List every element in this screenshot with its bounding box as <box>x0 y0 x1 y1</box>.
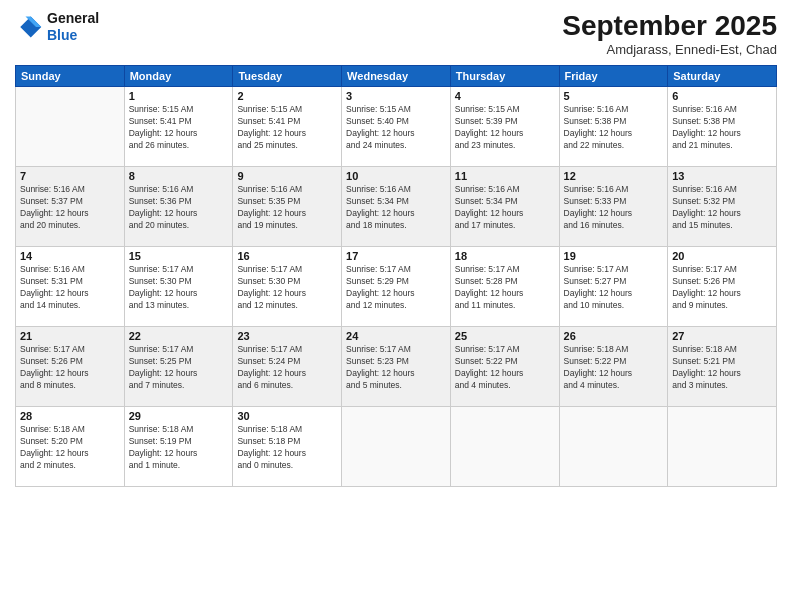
day-number: 13 <box>672 170 772 182</box>
col-saturday: Saturday <box>668 66 777 87</box>
day-number: 25 <box>455 330 555 342</box>
calendar-week-row: 21Sunrise: 5:17 AM Sunset: 5:26 PM Dayli… <box>16 327 777 407</box>
table-row: 10Sunrise: 5:16 AM Sunset: 5:34 PM Dayli… <box>342 167 451 247</box>
day-number: 30 <box>237 410 337 422</box>
day-number: 8 <box>129 170 229 182</box>
day-number: 16 <box>237 250 337 262</box>
table-row: 13Sunrise: 5:16 AM Sunset: 5:32 PM Dayli… <box>668 167 777 247</box>
day-info: Sunrise: 5:18 AM Sunset: 5:19 PM Dayligh… <box>129 424 229 472</box>
day-number: 29 <box>129 410 229 422</box>
day-number: 5 <box>564 90 664 102</box>
day-info: Sunrise: 5:17 AM Sunset: 5:28 PM Dayligh… <box>455 264 555 312</box>
table-row: 25Sunrise: 5:17 AM Sunset: 5:22 PM Dayli… <box>450 327 559 407</box>
col-monday: Monday <box>124 66 233 87</box>
table-row <box>668 407 777 487</box>
calendar-week-row: 7Sunrise: 5:16 AM Sunset: 5:37 PM Daylig… <box>16 167 777 247</box>
day-info: Sunrise: 5:17 AM Sunset: 5:25 PM Dayligh… <box>129 344 229 392</box>
day-number: 19 <box>564 250 664 262</box>
table-row: 22Sunrise: 5:17 AM Sunset: 5:25 PM Dayli… <box>124 327 233 407</box>
day-info: Sunrise: 5:16 AM Sunset: 5:38 PM Dayligh… <box>564 104 664 152</box>
table-row: 30Sunrise: 5:18 AM Sunset: 5:18 PM Dayli… <box>233 407 342 487</box>
col-wednesday: Wednesday <box>342 66 451 87</box>
day-number: 4 <box>455 90 555 102</box>
table-row: 2Sunrise: 5:15 AM Sunset: 5:41 PM Daylig… <box>233 87 342 167</box>
calendar-table: Sunday Monday Tuesday Wednesday Thursday… <box>15 65 777 487</box>
calendar-week-row: 1Sunrise: 5:15 AM Sunset: 5:41 PM Daylig… <box>16 87 777 167</box>
month-title: September 2025 <box>562 10 777 42</box>
day-info: Sunrise: 5:16 AM Sunset: 5:38 PM Dayligh… <box>672 104 772 152</box>
col-sunday: Sunday <box>16 66 125 87</box>
table-row: 3Sunrise: 5:15 AM Sunset: 5:40 PM Daylig… <box>342 87 451 167</box>
day-number: 21 <box>20 330 120 342</box>
table-row <box>342 407 451 487</box>
table-row: 7Sunrise: 5:16 AM Sunset: 5:37 PM Daylig… <box>16 167 125 247</box>
day-info: Sunrise: 5:16 AM Sunset: 5:34 PM Dayligh… <box>455 184 555 232</box>
day-info: Sunrise: 5:17 AM Sunset: 5:24 PM Dayligh… <box>237 344 337 392</box>
day-number: 6 <box>672 90 772 102</box>
table-row: 23Sunrise: 5:17 AM Sunset: 5:24 PM Dayli… <box>233 327 342 407</box>
day-number: 28 <box>20 410 120 422</box>
logo-text: General Blue <box>47 10 99 44</box>
table-row: 1Sunrise: 5:15 AM Sunset: 5:41 PM Daylig… <box>124 87 233 167</box>
logo-icon <box>15 13 43 41</box>
day-number: 1 <box>129 90 229 102</box>
table-row: 15Sunrise: 5:17 AM Sunset: 5:30 PM Dayli… <box>124 247 233 327</box>
day-number: 3 <box>346 90 446 102</box>
day-number: 26 <box>564 330 664 342</box>
col-thursday: Thursday <box>450 66 559 87</box>
day-info: Sunrise: 5:15 AM Sunset: 5:40 PM Dayligh… <box>346 104 446 152</box>
page: General Blue September 2025 Amdjarass, E… <box>0 0 792 612</box>
table-row: 26Sunrise: 5:18 AM Sunset: 5:22 PM Dayli… <box>559 327 668 407</box>
table-row: 11Sunrise: 5:16 AM Sunset: 5:34 PM Dayli… <box>450 167 559 247</box>
table-row <box>450 407 559 487</box>
table-row: 5Sunrise: 5:16 AM Sunset: 5:38 PM Daylig… <box>559 87 668 167</box>
day-info: Sunrise: 5:17 AM Sunset: 5:30 PM Dayligh… <box>129 264 229 312</box>
day-number: 24 <box>346 330 446 342</box>
day-info: Sunrise: 5:17 AM Sunset: 5:26 PM Dayligh… <box>20 344 120 392</box>
day-info: Sunrise: 5:17 AM Sunset: 5:26 PM Dayligh… <box>672 264 772 312</box>
day-number: 12 <box>564 170 664 182</box>
day-info: Sunrise: 5:17 AM Sunset: 5:23 PM Dayligh… <box>346 344 446 392</box>
day-info: Sunrise: 5:18 AM Sunset: 5:18 PM Dayligh… <box>237 424 337 472</box>
table-row: 24Sunrise: 5:17 AM Sunset: 5:23 PM Dayli… <box>342 327 451 407</box>
table-row <box>16 87 125 167</box>
day-number: 20 <box>672 250 772 262</box>
table-row: 28Sunrise: 5:18 AM Sunset: 5:20 PM Dayli… <box>16 407 125 487</box>
day-info: Sunrise: 5:18 AM Sunset: 5:21 PM Dayligh… <box>672 344 772 392</box>
day-number: 27 <box>672 330 772 342</box>
day-info: Sunrise: 5:16 AM Sunset: 5:31 PM Dayligh… <box>20 264 120 312</box>
day-number: 7 <box>20 170 120 182</box>
day-number: 18 <box>455 250 555 262</box>
logo: General Blue <box>15 10 99 44</box>
day-number: 9 <box>237 170 337 182</box>
table-row: 19Sunrise: 5:17 AM Sunset: 5:27 PM Dayli… <box>559 247 668 327</box>
table-row: 6Sunrise: 5:16 AM Sunset: 5:38 PM Daylig… <box>668 87 777 167</box>
calendar-week-row: 14Sunrise: 5:16 AM Sunset: 5:31 PM Dayli… <box>16 247 777 327</box>
table-row: 27Sunrise: 5:18 AM Sunset: 5:21 PM Dayli… <box>668 327 777 407</box>
calendar-header-row: Sunday Monday Tuesday Wednesday Thursday… <box>16 66 777 87</box>
day-info: Sunrise: 5:16 AM Sunset: 5:37 PM Dayligh… <box>20 184 120 232</box>
table-row: 17Sunrise: 5:17 AM Sunset: 5:29 PM Dayli… <box>342 247 451 327</box>
day-info: Sunrise: 5:16 AM Sunset: 5:36 PM Dayligh… <box>129 184 229 232</box>
col-tuesday: Tuesday <box>233 66 342 87</box>
day-info: Sunrise: 5:17 AM Sunset: 5:22 PM Dayligh… <box>455 344 555 392</box>
day-info: Sunrise: 5:15 AM Sunset: 5:39 PM Dayligh… <box>455 104 555 152</box>
day-info: Sunrise: 5:15 AM Sunset: 5:41 PM Dayligh… <box>237 104 337 152</box>
table-row: 4Sunrise: 5:15 AM Sunset: 5:39 PM Daylig… <box>450 87 559 167</box>
day-number: 17 <box>346 250 446 262</box>
table-row: 29Sunrise: 5:18 AM Sunset: 5:19 PM Dayli… <box>124 407 233 487</box>
table-row <box>559 407 668 487</box>
day-info: Sunrise: 5:18 AM Sunset: 5:20 PM Dayligh… <box>20 424 120 472</box>
col-friday: Friday <box>559 66 668 87</box>
day-info: Sunrise: 5:17 AM Sunset: 5:30 PM Dayligh… <box>237 264 337 312</box>
subtitle: Amdjarass, Ennedi-Est, Chad <box>562 42 777 57</box>
day-number: 10 <box>346 170 446 182</box>
header: General Blue September 2025 Amdjarass, E… <box>15 10 777 57</box>
day-number: 2 <box>237 90 337 102</box>
day-number: 15 <box>129 250 229 262</box>
day-info: Sunrise: 5:15 AM Sunset: 5:41 PM Dayligh… <box>129 104 229 152</box>
day-number: 22 <box>129 330 229 342</box>
calendar-week-row: 28Sunrise: 5:18 AM Sunset: 5:20 PM Dayli… <box>16 407 777 487</box>
day-number: 14 <box>20 250 120 262</box>
day-info: Sunrise: 5:16 AM Sunset: 5:34 PM Dayligh… <box>346 184 446 232</box>
